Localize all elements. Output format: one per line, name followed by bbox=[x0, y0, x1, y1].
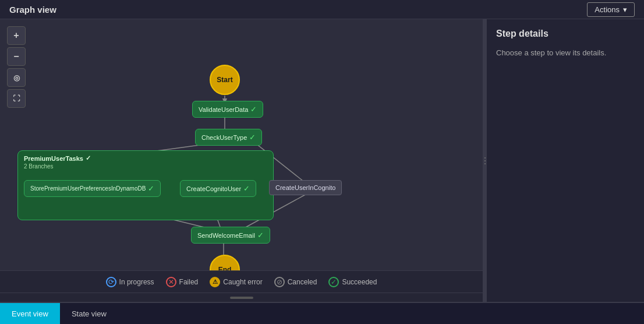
canceled-label: Canceled bbox=[288, 278, 317, 286]
create-user-in-cognito-tooltip[interactable]: CreateUserInCognito bbox=[269, 180, 342, 195]
store-premium-label: StorePremiumUserPreferencesInDynamoDB bbox=[30, 185, 146, 192]
create-cognito-user-node[interactable]: CreateCognitoUser ✓ bbox=[180, 180, 256, 197]
validate-user-data-node[interactable]: ValidateUserData ✓ bbox=[192, 101, 263, 118]
chevron-down-icon: ▾ bbox=[623, 5, 627, 14]
check-icon-4: ✓ bbox=[243, 184, 250, 193]
divider-handle bbox=[484, 157, 486, 164]
top-bar: Graph view Actions ▾ bbox=[0, 0, 644, 19]
start-label: Start bbox=[217, 76, 232, 84]
state-view-label: State view bbox=[72, 309, 107, 318]
caught-error-label: Caught error bbox=[223, 278, 262, 286]
validate-label: ValidateUserData bbox=[199, 106, 248, 113]
actions-button[interactable]: Actions ▾ bbox=[587, 2, 635, 17]
caught-error-icon: ⚠ bbox=[210, 277, 220, 287]
main-area: + − ◎ ⛶ bbox=[0, 19, 644, 302]
in-progress-label: In progress bbox=[119, 278, 154, 286]
check-icon-3: ✓ bbox=[148, 184, 154, 193]
center-button[interactable]: ◎ bbox=[7, 68, 26, 87]
create-cognito-user-label: CreateCognitoUser bbox=[186, 185, 241, 192]
group-label: PremiumUserTasks bbox=[24, 155, 83, 162]
check-user-type-label: CheckUserType bbox=[201, 134, 247, 141]
succeeded-icon: ✓ bbox=[328, 277, 339, 287]
zoom-out-button[interactable]: − bbox=[7, 47, 26, 66]
legend-caught-error: ⚠ Caught error bbox=[210, 277, 262, 287]
legend-succeeded: ✓ Succeeded bbox=[328, 277, 377, 287]
event-view-label: Event view bbox=[12, 309, 48, 318]
graph-canvas: + − ◎ ⛶ bbox=[0, 19, 483, 270]
scroll-bar[interactable] bbox=[230, 297, 253, 299]
zoom-in-button[interactable]: + bbox=[7, 26, 26, 45]
bottom-tabs: Event view State view bbox=[0, 302, 644, 324]
check-user-type-node[interactable]: CheckUserType ✓ bbox=[195, 129, 262, 146]
failed-icon: ✕ bbox=[166, 277, 176, 287]
send-welcome-label: SendWelcomeEmail bbox=[197, 232, 255, 239]
failed-label: Failed bbox=[179, 278, 199, 286]
graph-panel: + − ◎ ⛶ bbox=[0, 19, 483, 302]
group-branches: 2 Branches bbox=[18, 163, 273, 170]
canceled-icon: ⊘ bbox=[274, 277, 285, 287]
legend-bar: ⟳ In progress ✕ Failed ⚠ Caught error ⊘ … bbox=[0, 270, 483, 293]
expand-button[interactable]: ⛶ bbox=[7, 89, 26, 108]
state-view-tab[interactable]: State view bbox=[60, 303, 118, 324]
scroll-hint bbox=[0, 293, 483, 302]
legend-in-progress: ⟳ In progress bbox=[106, 277, 154, 287]
group-check-icon: ✓ bbox=[86, 154, 91, 162]
zoom-controls: + − ◎ ⛶ bbox=[7, 26, 26, 108]
legend-failed: ✕ Failed bbox=[166, 277, 199, 287]
end-label: End bbox=[218, 266, 232, 270]
end-node[interactable]: End bbox=[210, 255, 240, 270]
graph-view-title: Graph view bbox=[9, 5, 56, 15]
details-panel: Step details Choose a step to view its d… bbox=[487, 19, 644, 302]
premium-user-tasks-group[interactable]: PremiumUserTasks ✓ 2 Branches StorePremi… bbox=[17, 150, 274, 220]
succeeded-label: Succeeded bbox=[342, 278, 377, 286]
send-welcome-email-node[interactable]: SendWelcomeEmail ✓ bbox=[191, 227, 270, 244]
details-hint: Choose a step to view its details. bbox=[496, 48, 635, 57]
check-icon: ✓ bbox=[250, 105, 257, 114]
check-icon-2: ✓ bbox=[249, 133, 256, 142]
legend-canceled: ⊘ Canceled bbox=[274, 277, 317, 287]
tooltip-label: CreateUserInCognito bbox=[275, 184, 335, 191]
store-premium-node[interactable]: StorePremiumUserPreferencesInDynamoDB ✓ bbox=[24, 180, 161, 197]
event-view-tab[interactable]: Event view bbox=[0, 303, 60, 324]
details-title: Step details bbox=[496, 29, 635, 39]
start-node[interactable]: Start bbox=[210, 65, 240, 95]
in-progress-icon: ⟳ bbox=[106, 277, 116, 287]
check-icon-5: ✓ bbox=[257, 231, 264, 240]
actions-label: Actions bbox=[595, 5, 620, 14]
